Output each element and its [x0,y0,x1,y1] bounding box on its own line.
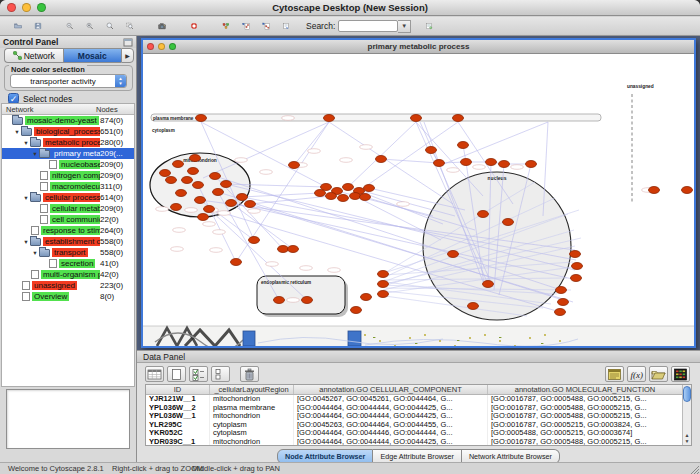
new-network-button[interactable] [216,18,236,35]
zoom-out-button[interactable] [60,18,80,35]
import-network-button[interactable] [236,18,256,35]
table-row[interactable]: YPL036W__2plasma membrane[GO:0044464, GO… [146,404,682,413]
network-node[interactable] [302,297,313,304]
function-builder-button[interactable]: f(x) [627,366,646,382]
network-node[interactable] [572,263,583,270]
attribute-select-button[interactable] [145,366,164,382]
network-node[interactable] [190,155,201,162]
network-window[interactable]: primary metabolic process plasma membran… [141,38,696,348]
network-node[interactable] [195,197,206,204]
network-node[interactable] [198,214,209,221]
network-node[interactable] [555,309,566,316]
network-node[interactable] [182,177,193,184]
network-node[interactable] [288,246,299,253]
expander-icon[interactable]: ▼ [31,250,39,256]
network-node[interactable] [245,201,256,208]
help-button[interactable] [184,18,204,35]
tree-row[interactable]: nucleobase-209(0) [2,159,134,170]
scrollbar-arrows-icon[interactable]: ▲▼ [683,432,691,444]
tree-row[interactable]: cellular metabo209(0) [2,203,134,214]
tree-row[interactable]: ▼cellular process614(0) [2,192,134,203]
new-attribute-button[interactable] [167,366,186,382]
network-node[interactable] [171,204,182,211]
network-node[interactable] [361,294,372,301]
network-node[interactable] [188,168,199,175]
column-header[interactable]: ID [146,385,210,394]
network-node[interactable] [193,182,204,189]
tree-row[interactable]: secretion41(0) [2,258,134,269]
zoom-selected-button[interactable] [120,18,140,35]
expander-icon[interactable]: ▼ [22,140,30,146]
tab-overflow-button[interactable]: ▶ [121,48,134,63]
tab-mosaic[interactable]: Mosaic [63,48,122,63]
open-session-button[interactable] [8,18,28,35]
window-titlebar[interactable]: Cytoscape Desktop (New Session) [0,0,700,16]
network-node[interactable] [571,275,582,282]
network-node[interactable] [213,189,224,196]
network-node[interactable] [376,156,387,163]
table-row[interactable]: YDR039C__1mitochondrion[GO:0044464, GO:0… [146,438,682,445]
tree-row[interactable]: nitrogen compo209(0) [2,170,134,181]
table-row[interactable]: YJR121W__1mitochondrion[GO:0045267, GO:0… [146,395,682,404]
network-node[interactable] [499,161,510,168]
network-node[interactable] [176,190,187,197]
network-node[interactable] [204,206,215,213]
network-node[interactable] [378,291,389,298]
column-header[interactable]: annotation.GO CELLULAR_COMPONENT [294,385,488,394]
network-node[interactable] [556,287,567,294]
network-node[interactable] [483,281,494,288]
network-node[interactable] [378,271,389,278]
network-node[interactable] [478,211,489,218]
network-node[interactable] [274,297,285,304]
network-node[interactable] [453,115,464,122]
table-row[interactable]: YKR052Ccytoplasm[GO:0044464, GO:0044446,… [146,429,682,438]
network-node[interactable] [503,219,514,226]
tab-network[interactable]: Network [4,48,63,63]
network-node[interactable] [434,160,445,167]
annotation-button[interactable] [276,18,296,35]
network-node[interactable] [461,159,472,166]
network-node[interactable] [326,193,337,200]
select-all-attributes-button[interactable] [189,366,208,382]
network-node[interactable] [237,194,248,201]
unselect-all-attributes-button[interactable] [211,366,230,382]
tree-row[interactable]: ▼primary metabo209(... [2,148,134,159]
import-network-table-button[interactable] [256,18,276,35]
network-node[interactable] [649,187,660,194]
column-header[interactable]: annotation.GO MOLECULAR_FUNCTION [488,385,682,394]
network-node[interactable] [231,259,242,266]
network-node[interactable] [351,307,362,314]
tree-row[interactable]: macromolecule311(0) [2,181,134,192]
network-node[interactable] [378,281,389,288]
network-node[interactable] [160,170,171,177]
column-header[interactable]: _cellularLayoutRegion [210,385,294,394]
network-node[interactable] [315,190,326,197]
zoom-fit-button[interactable] [100,18,120,35]
tree-row[interactable]: response to stimul264(0) [2,225,134,236]
expander-icon[interactable]: ▼ [13,129,21,135]
network-node[interactable] [324,115,335,122]
zoom-in-button[interactable] [80,18,100,35]
network-node[interactable] [682,187,693,194]
attribute-report-button[interactable] [605,366,624,382]
search-input[interactable] [338,20,398,32]
tree-row[interactable]: ▼transport558(0) [2,247,134,258]
node-color-dropdown[interactable]: transporter activity ▲▼ [10,74,127,88]
network-window-titlebar[interactable]: primary metabolic process [143,40,694,54]
search-dropdown-button[interactable]: ▼ [398,20,411,33]
tree-row[interactable]: ▼establishment of lo558(0) [2,236,134,247]
tree-row[interactable]: mosaic-demo-yeast874(0) [2,115,134,126]
network-node[interactable] [486,159,497,166]
network-node[interactable] [226,200,237,207]
network-node[interactable] [448,251,459,258]
import-attribute-file-button[interactable] [649,366,668,382]
tree-row[interactable]: unassigned223(0) [2,280,134,291]
network-node[interactable] [570,251,581,258]
float-panel-icon[interactable] [123,38,133,47]
network-node[interactable] [468,303,479,310]
network-node[interactable] [426,147,437,154]
network-node[interactable] [221,181,232,188]
table-row[interactable]: YLR295Ccytoplasm[GO:0045263, GO:0044464,… [146,421,682,430]
network-canvas-svg[interactable]: plasma membranecytoplasmnucleusmitochond… [143,54,694,346]
network-node[interactable] [289,162,300,169]
